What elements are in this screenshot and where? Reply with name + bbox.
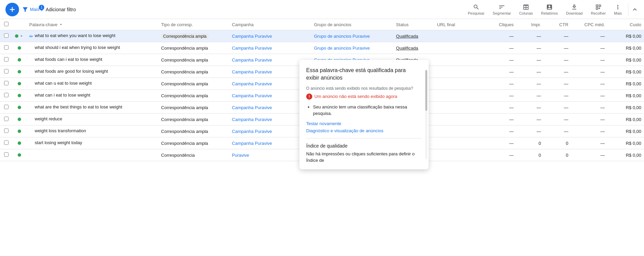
- collect-action-button[interactable]: Recolher: [588, 2, 609, 17]
- campaign-cell[interactable]: Campanha Puravive: [229, 90, 311, 102]
- row-checkbox[interactable]: [4, 45, 9, 50]
- status-cell[interactable]: Qualificada: [393, 30, 434, 42]
- campaign-link[interactable]: Campanha Puravive: [232, 93, 272, 98]
- popup-scrollbar[interactable]: [425, 70, 427, 159]
- status-dot: [18, 106, 21, 109]
- adgroup-cell[interactable]: Grupo de anúncios Puravive: [311, 42, 393, 54]
- th-status-dot: [12, 19, 27, 30]
- url-cell: [434, 42, 489, 54]
- campaign-cell[interactable]: Campanha Puravive: [229, 102, 311, 114]
- row-checkbox[interactable]: [4, 69, 9, 73]
- status-cell[interactable]: Qualificada: [393, 42, 434, 54]
- campaign-cell[interactable]: Campanha Puravive: [229, 114, 311, 125]
- segment-action-button[interactable]: Segmentar: [489, 2, 514, 17]
- edit-icon[interactable]: ✏: [29, 34, 33, 39]
- popup-retry-link[interactable]: Testar novamente: [306, 121, 341, 126]
- dropdown-icon[interactable]: [19, 34, 24, 38]
- popup-subtitle: O anúncio está sendo exibido nos resulta…: [306, 86, 422, 91]
- keyword-text: what foods can i eat to lose weight: [35, 57, 102, 62]
- row-checkbox[interactable]: [4, 117, 9, 121]
- campaign-cell[interactable]: Campanha Puravive: [229, 125, 311, 137]
- toolbar-divider: [628, 3, 628, 16]
- campaign-link[interactable]: Campanha Puravive: [232, 105, 272, 110]
- status-dot: [18, 118, 21, 121]
- th-ctr: CTR: [544, 19, 571, 30]
- table-row: ✏what to eat when you want to lose weigh…: [0, 30, 644, 42]
- row-checkbox[interactable]: [4, 152, 9, 157]
- cost-cell: R$ 0,00: [608, 102, 644, 114]
- popup-warning: ! Um anúncio não está sendo exibido agor…: [306, 93, 422, 100]
- popup-scrollbar-thumb[interactable]: [425, 70, 427, 111]
- search-action-label: Pesquisar: [468, 11, 484, 15]
- status-dot-cell: [12, 102, 27, 114]
- adgroup-link[interactable]: Grupo de anúncios Puravive: [314, 46, 370, 51]
- cpc-cell: —: [571, 102, 608, 114]
- clicks-cell: —: [489, 66, 516, 78]
- match-type-cell: Correspondência ampla: [159, 90, 229, 102]
- columns-action-button[interactable]: Colunas: [516, 2, 536, 17]
- add-button[interactable]: [5, 3, 19, 16]
- cost-cell: R$ 0,00: [608, 149, 644, 161]
- status-dot: [18, 130, 21, 133]
- reports-action-label: Relatórios: [541, 11, 558, 15]
- campaign-link[interactable]: Campanha Puravive: [232, 129, 272, 134]
- th-select-all[interactable]: [0, 19, 12, 30]
- row-checkbox[interactable]: [4, 129, 9, 133]
- filter-button[interactable]: 1 Mais 1: [22, 6, 43, 13]
- download-action-button[interactable]: Download: [563, 2, 586, 17]
- ctr-cell: —: [544, 66, 571, 78]
- toolbar-right: Pesquisar Segmentar Colunas Relatórios D…: [464, 2, 639, 17]
- campaign-cell[interactable]: Campanha Puravive: [229, 66, 311, 78]
- status-button[interactable]: Qualificada: [396, 34, 418, 39]
- campaign-cell[interactable]: Campanha Puravive: [229, 42, 311, 54]
- clicks-cell: —: [489, 137, 516, 149]
- url-cell: [434, 90, 489, 102]
- campaign-link[interactable]: Campanha Puravive: [232, 81, 272, 86]
- campaign-cell[interactable]: Campanha Puravive: [229, 137, 311, 149]
- url-cell: [434, 149, 489, 161]
- campaign-cell[interactable]: Campanha Puravive: [229, 30, 311, 42]
- popup-title: Essa palavra-chave está qualificada para…: [306, 67, 422, 82]
- popup-diagnostic-link[interactable]: Diagnóstico e visualização de anúncios: [306, 128, 383, 133]
- ctr-cell: —: [544, 125, 571, 137]
- status-dot-cell: [12, 90, 27, 102]
- campaign-link[interactable]: Campanha Puravive: [232, 141, 272, 146]
- row-checkbox[interactable]: [4, 105, 9, 109]
- campaign-cell[interactable]: Campanha Puravive: [229, 54, 311, 66]
- row-checkbox[interactable]: [4, 93, 9, 97]
- match-type-cell: Correspondência ampla: [159, 114, 229, 125]
- cost-cell: R$ 0,00: [608, 114, 644, 125]
- campaign-link[interactable]: Campanha Puravive: [232, 34, 272, 39]
- campaign-cell[interactable]: Campanha Puravive: [229, 78, 311, 90]
- more-action-button[interactable]: Mais: [611, 2, 625, 17]
- campaign-link[interactable]: Puravive: [232, 153, 249, 158]
- reports-action-button[interactable]: Relatórios: [538, 2, 561, 17]
- clicks-cell: —: [489, 102, 516, 114]
- campaign-link[interactable]: Campanha Puravive: [232, 69, 272, 74]
- download-action-label: Download: [566, 11, 583, 15]
- cpc-cell: —: [571, 125, 608, 137]
- th-keyword[interactable]: Palavra-chave: [27, 19, 159, 30]
- adgroup-cell[interactable]: Grupo de anúncios Puravive: [311, 30, 393, 42]
- keyword-cell: ✏weight loss transformation: [27, 125, 159, 137]
- url-cell: [434, 114, 489, 125]
- impressions-cell: —: [516, 66, 544, 78]
- adgroup-link[interactable]: Grupo de anúncios Puravive: [314, 34, 370, 39]
- search-action-button[interactable]: Pesquisar: [464, 2, 488, 17]
- campaign-cell[interactable]: Puravive: [229, 149, 311, 161]
- row-checkbox[interactable]: [4, 81, 9, 85]
- row-checkbox[interactable]: [4, 33, 9, 38]
- cpc-cell: —: [571, 54, 608, 66]
- cpc-cell: —: [571, 90, 608, 102]
- popup-section-title: Índice de qualidade: [306, 138, 422, 149]
- row-checkbox[interactable]: [4, 140, 9, 145]
- status-button[interactable]: Qualificada: [396, 46, 418, 51]
- campaign-link[interactable]: Campanha Puravive: [232, 117, 272, 122]
- row-checkbox[interactable]: [4, 57, 9, 62]
- select-all-checkbox[interactable]: [4, 22, 9, 26]
- expand-button[interactable]: [631, 6, 639, 13]
- ctr-cell: —: [544, 78, 571, 90]
- campaign-link[interactable]: Campanha Puravive: [232, 57, 272, 63]
- clicks-cell: —: [489, 149, 516, 161]
- campaign-link[interactable]: Campanha Puravive: [232, 46, 272, 51]
